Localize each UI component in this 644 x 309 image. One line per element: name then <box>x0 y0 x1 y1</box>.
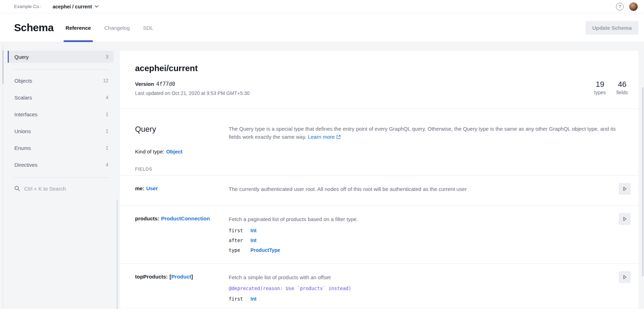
field-type-link[interactable]: ProductConnection <box>161 215 210 221</box>
stat-value: 46 <box>616 80 628 89</box>
sidebar-item-query[interactable]: Query 3 <box>8 51 114 63</box>
field-type-link[interactable]: Product <box>171 274 191 280</box>
sidebar-item-label: Query <box>14 54 29 60</box>
search-icon <box>14 185 20 192</box>
type-name: Query <box>135 125 229 141</box>
field-description: The currently authenticated user root. A… <box>229 185 617 193</box>
page-scrollbar-thumb[interactable] <box>642 87 644 276</box>
sidebar-divider <box>13 69 108 70</box>
graph-selector-label: acephei / current <box>53 4 92 9</box>
type-description: The Query type is a special type that de… <box>229 125 618 141</box>
content-area: Query 3 Objects 12 Scalars 4 Interfaces … <box>0 42 644 309</box>
field-body: Fetch a paginated list of products based… <box>229 215 617 253</box>
sidebar-item-label: Directives <box>14 162 38 168</box>
field-name-text: products: <box>135 215 159 221</box>
type-description-text: The Query type is a special type that de… <box>229 126 616 140</box>
stat-value: 19 <box>594 80 606 89</box>
sidebar-item-count: 4 <box>106 95 108 100</box>
sidebar-divider <box>13 177 108 178</box>
tab-sdl[interactable]: SDL <box>143 13 153 42</box>
sidebar-item-label: Enums <box>14 145 31 151</box>
field-args: first Int after Int type ProductType <box>229 228 617 253</box>
arg-type-link[interactable]: Int <box>250 228 256 233</box>
schema-stats: 19 types 46 fields <box>594 80 628 95</box>
field-name-text: me: <box>135 185 145 191</box>
version-value: 4f77d0 <box>156 81 175 87</box>
arg-name: first <box>229 296 250 302</box>
field-name-text: topProducts: <box>135 274 168 280</box>
run-query-button[interactable] <box>619 213 631 225</box>
run-query-button[interactable] <box>619 271 631 283</box>
field-body: Fetch a simple list of products with an … <box>229 274 617 302</box>
external-link-icon <box>336 135 341 139</box>
search-hint-text: Ctrl + K to Search <box>24 186 66 192</box>
type-head: Query The Query type is a special type t… <box>135 125 631 141</box>
play-icon <box>622 186 628 192</box>
field-name: products:ProductConnection <box>135 215 229 253</box>
sidebar-item-scalars[interactable]: Scalars 4 <box>8 91 114 103</box>
update-schema-button[interactable]: Update Schema <box>585 21 638 35</box>
version-label: Version <box>135 81 154 87</box>
tab-reference[interactable]: Reference <box>66 13 91 42</box>
field-arg-row: type ProductType <box>229 247 617 253</box>
play-icon <box>622 274 628 280</box>
last-updated-text: Last updated on Oct 21, 2020 at 9:53 PM … <box>135 90 249 96</box>
tab-changelog[interactable]: Changelog <box>104 13 130 42</box>
sidebar-search[interactable]: Ctrl + K to Search <box>8 183 114 194</box>
tab-bar: ReferenceChangelogSDL <box>66 13 153 42</box>
schema-stat: 46 fields <box>616 80 628 95</box>
schema-sidebar: Query 3 Objects 12 Scalars 4 Interfaces … <box>0 51 114 309</box>
user-avatar[interactable] <box>629 2 638 11</box>
learn-more-link[interactable]: Learn more <box>308 134 335 140</box>
sidebar-item-label: Unions <box>14 128 31 134</box>
fields-list: me:User The currently authenticated user… <box>120 176 638 309</box>
schema-reference-card: acephei/current Version4f77d0 Last updat… <box>120 51 638 309</box>
arg-type-link[interactable]: Int <box>250 296 256 302</box>
field-type-link[interactable]: User <box>146 185 158 191</box>
sidebar-item-label: Scalars <box>14 95 32 101</box>
schema-summary: acephei/current Version4f77d0 Last updat… <box>120 51 638 109</box>
arg-name: first <box>229 228 250 233</box>
field-name: topProducts:[Product] <box>135 274 229 302</box>
sidebar-item-interfaces[interactable]: Interfaces 1 <box>8 108 114 120</box>
play-icon <box>622 216 628 222</box>
graph-title: acephei/current <box>135 63 249 73</box>
sidebar-item-label: Interfaces <box>14 111 38 117</box>
sidebar-item-count: 4 <box>106 162 108 167</box>
sidebar-list: Query 3 Objects 12 Scalars 4 Interfaces … <box>8 51 114 178</box>
arg-name: after <box>229 238 250 243</box>
graph-selector-dropdown[interactable]: acephei / current <box>53 4 99 9</box>
top-bar: Example Co.: acephei / current ? <box>0 0 644 13</box>
arg-type-link[interactable]: ProductType <box>250 247 280 253</box>
arg-name: type <box>229 247 250 253</box>
field-description: Fetch a paginated list of products based… <box>229 215 617 223</box>
field-arg-row: first Int <box>229 228 617 233</box>
field-arg-row: after Int <box>229 238 617 243</box>
schema-stat: 19 types <box>594 80 606 95</box>
sidebar-item-directives[interactable]: Directives 4 <box>8 159 114 171</box>
run-query-button[interactable] <box>619 183 631 195</box>
field-body: The currently authenticated user root. A… <box>229 185 617 195</box>
sidebar-item-enums[interactable]: Enums 1 <box>8 142 114 154</box>
arg-type-link[interactable]: Int <box>250 238 256 243</box>
chevron-down-icon <box>95 5 99 8</box>
stat-label: types <box>594 90 606 95</box>
page-title: Schema <box>14 22 54 34</box>
type-bracket-close: ] <box>191 274 193 280</box>
field-name: me:User <box>135 185 229 195</box>
page-header: Schema ReferenceChangelogSDL Update Sche… <box>0 13 644 42</box>
sidebar-scrollbar-thumb[interactable] <box>116 199 118 309</box>
sidebar-item-count: 1 <box>106 111 108 117</box>
sidebar-item-count: 1 <box>106 128 108 134</box>
sidebar-item-objects[interactable]: Objects 12 <box>8 75 114 87</box>
sidebar-item-count: 3 <box>106 54 108 60</box>
fields-section-label: FIELDS <box>135 166 631 175</box>
help-icon[interactable]: ? <box>616 3 624 11</box>
sidebar-item-unions[interactable]: Unions 1 <box>8 125 114 137</box>
kind-value-link[interactable]: Object <box>166 149 182 154</box>
type-section-query: Query The Query type is a special type t… <box>120 109 638 309</box>
field-row-me: me:User The currently authenticated user… <box>120 176 638 206</box>
sidebar-item-count: 12 <box>103 78 108 83</box>
kind-of-type-line: Kind of type:Object <box>135 149 631 154</box>
stat-label: fields <box>616 90 628 95</box>
